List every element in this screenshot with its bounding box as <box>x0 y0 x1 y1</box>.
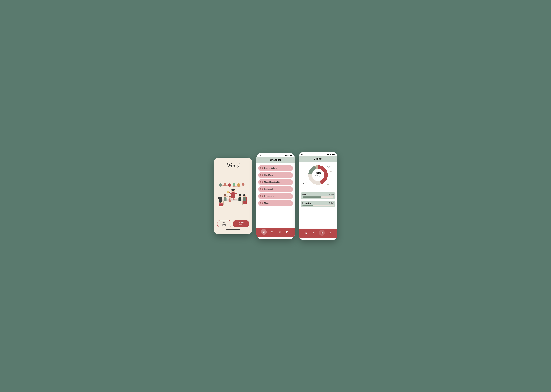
checklist-label-plan-menu: Plan Menu <box>264 174 273 176</box>
checkbox-decorations[interactable] <box>260 195 263 197</box>
checkbox-send-invitations[interactable] <box>260 167 263 169</box>
battery-icon <box>290 155 293 156</box>
svg-rect-51 <box>292 155 292 156</box>
decorations-progress-bg <box>302 205 334 206</box>
svg-rect-79 <box>321 232 322 232</box>
svg-rect-62 <box>328 154 328 155</box>
svg-point-22 <box>231 189 235 191</box>
svg-rect-46 <box>285 155 285 156</box>
checklist-item-music[interactable]: Music › <box>258 200 293 206</box>
svg-line-1 <box>221 187 221 188</box>
tab-star[interactable] <box>261 229 267 235</box>
tab-checklist[interactable] <box>269 229 274 234</box>
decorations-spent: $5 <box>328 202 330 204</box>
food-progress-bg <box>302 196 334 198</box>
status-bar: 9:41 <box>256 153 295 157</box>
budget-tab-piggy-active[interactable] <box>319 230 325 236</box>
svg-rect-52 <box>290 155 292 156</box>
svg-line-11 <box>243 186 243 187</box>
svg-point-78 <box>321 233 321 233</box>
home-indicator-2 <box>269 238 282 238</box>
checklist-item-plan-menu[interactable]: Plan Menu › <box>258 172 293 178</box>
svg-rect-63 <box>329 154 329 155</box>
chevron-send-invitations: › <box>291 167 291 169</box>
chevron-plan-menu: › <box>291 174 291 176</box>
join-party-button[interactable]: Join a party <box>217 220 231 227</box>
tab-edit[interactable] <box>285 229 290 234</box>
pct-18-label: 18% <box>305 182 307 183</box>
food-total: $30 <box>331 194 334 196</box>
svg-point-10 <box>242 183 244 186</box>
svg-text:of $100 spent: of $100 spent <box>314 175 321 176</box>
budget-tab-star[interactable] <box>304 230 308 235</box>
checklist-item-shopping-list[interactable]: Make Shopping List › <box>258 179 293 185</box>
svg-text:$68: $68 <box>315 171 321 175</box>
svg-rect-27 <box>224 197 226 201</box>
svg-point-40 <box>230 198 232 201</box>
svg-rect-49 <box>286 155 286 156</box>
decorations-progress-fill <box>302 205 313 206</box>
svg-rect-48 <box>286 155 286 156</box>
budget-wifi-icon <box>330 154 332 155</box>
svg-rect-65 <box>335 154 335 155</box>
svg-line-5 <box>230 187 230 188</box>
status-time: 9:41 <box>258 155 262 156</box>
checklist-item-decorations[interactable]: Decorations › <box>258 193 293 199</box>
svg-point-0 <box>219 183 222 187</box>
svg-point-28 <box>224 194 226 196</box>
donut-chart-area: $68 of $100 spent Equipment 45% Food 18% <box>301 164 335 191</box>
budget-row-decorations: Decorations $5 $15 <box>301 201 335 207</box>
svg-point-25 <box>226 191 230 193</box>
svg-rect-66 <box>332 154 334 155</box>
checkbox-shopping-list[interactable] <box>260 181 263 183</box>
status-icons <box>285 155 293 156</box>
decorations-chart-label: Decorations <box>315 186 321 188</box>
checkbox-plan-menu[interactable] <box>260 174 263 176</box>
chevron-music: › <box>291 202 291 204</box>
budget-status-time: 9:41 <box>301 154 304 155</box>
checklist-tab-bar <box>256 228 295 237</box>
svg-line-3 <box>225 186 225 187</box>
checkbox-equipment[interactable] <box>260 188 263 190</box>
svg-rect-38 <box>243 197 246 201</box>
chevron-equipment: › <box>291 188 291 190</box>
welcome-illustration <box>217 171 249 219</box>
checklist-item-equipment[interactable]: Equipment › <box>258 186 293 192</box>
budget-header: Budget <box>299 156 337 162</box>
svg-rect-17 <box>218 197 222 199</box>
tab-piggy-bank[interactable] <box>277 229 282 234</box>
decorations-total: $15 <box>331 202 334 204</box>
food-label: Food <box>303 183 306 185</box>
pct-45-label: 45% <box>329 170 332 172</box>
checklist-header: Checklist <box>256 157 295 163</box>
budget-body: $68 of $100 spent Equipment 45% Food 18% <box>299 162 337 229</box>
budget-status-bar: 9:41 <box>299 152 337 156</box>
budget-status-icons <box>327 154 335 155</box>
checkbox-music[interactable] <box>260 202 263 204</box>
budget-legend: Food $18 $30 Decoration <box>301 192 335 207</box>
budget-battery-icon <box>332 154 335 155</box>
svg-point-55 <box>279 231 280 233</box>
budget-title: Budget <box>301 157 335 160</box>
create-party-button[interactable]: Create a party <box>233 220 249 227</box>
svg-point-30 <box>226 196 228 197</box>
welcome-buttons: Join a party Create a party <box>217 220 249 227</box>
svg-point-2 <box>224 183 226 186</box>
svg-point-77 <box>321 232 323 234</box>
svg-line-9 <box>239 187 239 188</box>
home-indicator-3 <box>311 239 325 239</box>
decorations-row-label: Decorations <box>302 202 312 204</box>
budget-tab-edit[interactable] <box>328 230 333 235</box>
welcome-phone: Wand <box>214 158 252 234</box>
food-row-label: Food <box>302 194 306 196</box>
checklist-phone: 9:41 <box>256 153 295 239</box>
checklist-item-send-invitations[interactable]: Send Invitations › <box>258 165 293 171</box>
checklist-body: Send Invitations › Plan Menu › Make Shop… <box>256 163 295 228</box>
home-indicator <box>226 230 240 230</box>
svg-rect-21 <box>231 192 235 198</box>
checklist-label-shopping-list: Make Shopping List <box>264 181 280 183</box>
svg-rect-47 <box>285 155 286 156</box>
svg-rect-35 <box>238 197 241 201</box>
budget-tab-checklist[interactable] <box>311 230 316 235</box>
checklist-label-equipment: Equipment <box>264 188 273 190</box>
